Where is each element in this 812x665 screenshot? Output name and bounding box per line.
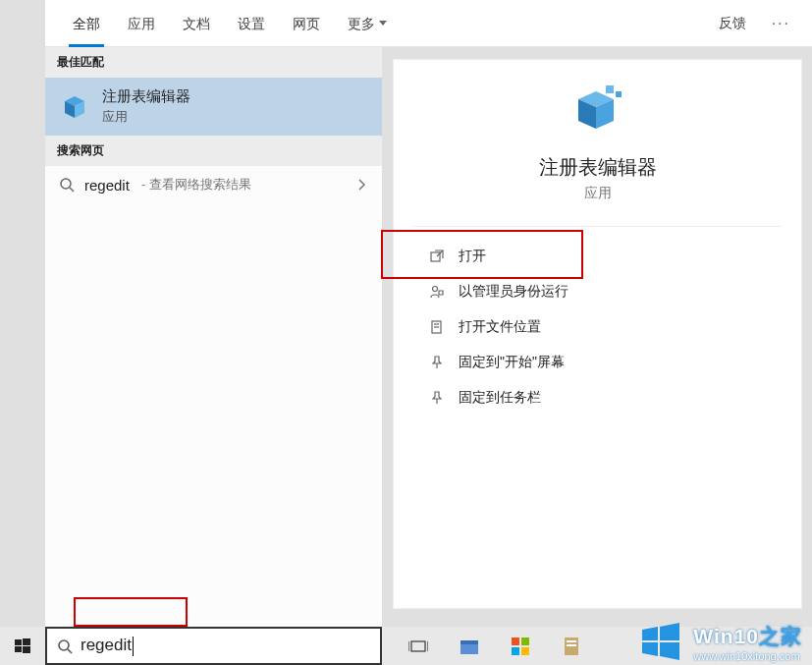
best-match-subtitle: 应用 bbox=[102, 108, 190, 126]
watermark-logo-icon bbox=[638, 620, 683, 665]
svg-point-12 bbox=[433, 287, 438, 292]
tabs-left: 全部 应用 文档 设置 网页 更多 bbox=[45, 0, 401, 47]
detail-header: 注册表编辑器 应用 bbox=[394, 60, 801, 202]
best-match-info: 注册表编辑器 应用 bbox=[102, 87, 190, 126]
detail-title: 注册表编辑器 bbox=[539, 154, 657, 181]
svg-line-23 bbox=[68, 649, 72, 653]
watermark-title: Win10之家 bbox=[693, 623, 802, 650]
svg-rect-34 bbox=[567, 640, 576, 642]
svg-rect-21 bbox=[23, 646, 30, 653]
results-panel: 最佳匹配 注册表编辑器 应用 搜索网页 regedit - 查看网络搜索结果 bbox=[45, 47, 382, 627]
action-open-file-location[interactable]: 打开文件位置 bbox=[394, 309, 801, 345]
watermark-url: www.win10xitong.com bbox=[693, 650, 802, 662]
best-match-item[interactable]: 注册表编辑器 应用 bbox=[45, 78, 382, 136]
svg-rect-9 bbox=[616, 91, 622, 97]
web-search-item[interactable]: regedit - 查看网络搜索结果 bbox=[45, 166, 382, 203]
file-location-icon bbox=[429, 319, 445, 335]
svg-point-3 bbox=[61, 179, 71, 189]
detail-panel: 注册表编辑器 应用 打开 以管理员身份运行 打开文件位置 固定到"开始"屏幕 固… bbox=[393, 59, 802, 609]
search-web-header: 搜索网页 bbox=[45, 136, 382, 166]
tab-documents[interactable]: 文档 bbox=[169, 0, 224, 47]
tab-settings[interactable]: 设置 bbox=[224, 0, 279, 47]
svg-rect-29 bbox=[512, 637, 519, 645]
detail-subtitle: 应用 bbox=[584, 185, 612, 202]
action-pin-to-start[interactable]: 固定到"开始"屏幕 bbox=[394, 345, 801, 380]
action-pin-to-start-label: 固定到"开始"屏幕 bbox=[459, 354, 565, 371]
regedit-icon-large bbox=[568, 82, 627, 137]
taskbar-app-3[interactable] bbox=[561, 636, 582, 657]
watermark: Win10之家 www.win10xitong.com bbox=[638, 620, 802, 665]
taskbar-icons bbox=[407, 636, 582, 657]
tab-web[interactable]: 网页 bbox=[279, 0, 334, 47]
svg-rect-8 bbox=[606, 85, 614, 93]
tab-more[interactable]: 更多 bbox=[334, 0, 401, 47]
tab-apps[interactable]: 应用 bbox=[114, 0, 169, 47]
web-search-desc: - 查看网络搜索结果 bbox=[141, 176, 251, 194]
svg-rect-28 bbox=[460, 640, 478, 644]
svg-line-4 bbox=[70, 188, 74, 192]
action-run-as-admin[interactable]: 以管理员身份运行 bbox=[394, 274, 801, 309]
search-tabs-bar: 全部 应用 文档 设置 网页 更多 反馈 ··· bbox=[45, 0, 812, 47]
chevron-down-icon bbox=[379, 21, 387, 26]
svg-point-22 bbox=[59, 640, 69, 650]
pin-taskbar-icon bbox=[429, 390, 445, 406]
svg-rect-35 bbox=[567, 644, 576, 646]
search-query-text: regedit bbox=[81, 636, 370, 656]
best-match-title: 注册表编辑器 bbox=[102, 87, 190, 106]
taskbar-search-box[interactable]: regedit bbox=[45, 627, 382, 665]
search-icon bbox=[59, 177, 75, 193]
tab-all[interactable]: 全部 bbox=[59, 0, 114, 47]
svg-marker-39 bbox=[660, 642, 679, 660]
best-match-header: 最佳匹配 bbox=[45, 47, 382, 78]
taskbar-app-2[interactable] bbox=[510, 636, 531, 657]
admin-icon bbox=[429, 284, 445, 300]
svg-rect-32 bbox=[521, 647, 529, 655]
task-view-button[interactable] bbox=[407, 636, 429, 657]
web-search-term: regedit bbox=[84, 177, 130, 194]
svg-rect-19 bbox=[23, 638, 30, 645]
svg-marker-38 bbox=[642, 642, 658, 656]
svg-marker-36 bbox=[642, 627, 658, 640]
start-button[interactable] bbox=[0, 627, 45, 665]
watermark-text: Win10之家 www.win10xitong.com bbox=[693, 623, 802, 662]
tabs-right: 反馈 ··· bbox=[709, 15, 812, 32]
action-run-as-admin-label: 以管理员身份运行 bbox=[459, 283, 568, 301]
tab-more-label: 更多 bbox=[348, 0, 375, 47]
svg-rect-18 bbox=[15, 639, 22, 645]
more-options-button[interactable]: ··· bbox=[764, 15, 798, 32]
action-pin-to-taskbar-label: 固定到任务栏 bbox=[459, 389, 541, 407]
svg-rect-24 bbox=[411, 641, 425, 651]
annotation-highlight-search bbox=[74, 597, 188, 627]
windows-logo-icon bbox=[15, 638, 30, 654]
taskbar-app-1[interactable] bbox=[459, 636, 480, 657]
action-pin-to-taskbar[interactable]: 固定到任务栏 bbox=[394, 380, 801, 416]
svg-marker-37 bbox=[660, 623, 679, 640]
chevron-right-icon bbox=[356, 178, 366, 192]
pin-start-icon bbox=[429, 355, 445, 370]
svg-rect-31 bbox=[512, 647, 519, 655]
search-icon bbox=[57, 638, 73, 654]
action-open-file-location-label: 打开文件位置 bbox=[459, 318, 541, 336]
svg-rect-20 bbox=[15, 646, 22, 652]
annotation-highlight-open bbox=[381, 230, 583, 279]
text-cursor bbox=[133, 637, 134, 656]
feedback-link[interactable]: 反馈 bbox=[709, 15, 756, 32]
regedit-icon bbox=[59, 91, 90, 123]
svg-rect-30 bbox=[521, 637, 529, 645]
